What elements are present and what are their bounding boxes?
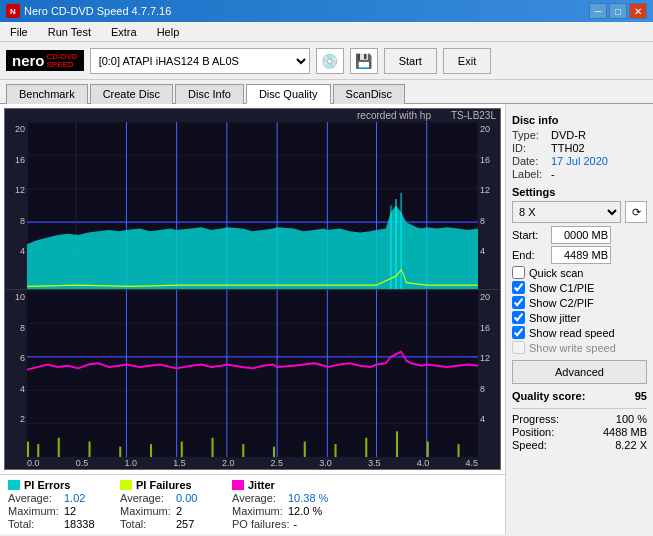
svg-rect-43 bbox=[242, 444, 244, 457]
svg-rect-39 bbox=[119, 447, 121, 457]
upper-y-12: 12 bbox=[7, 185, 25, 195]
tab-create-disc[interactable]: Create Disc bbox=[90, 84, 173, 104]
upper-y-16: 16 bbox=[7, 155, 25, 165]
tab-disc-info[interactable]: Disc Info bbox=[175, 84, 244, 104]
upper-chart-svg bbox=[27, 122, 478, 289]
disc-date-label: Date: bbox=[512, 155, 547, 167]
jitter-avg-label: Average: bbox=[232, 492, 284, 504]
pi-errors-total-label: Total: bbox=[8, 518, 60, 530]
advanced-button[interactable]: Advanced bbox=[512, 360, 647, 384]
maximize-button[interactable]: □ bbox=[609, 3, 627, 19]
pi-errors-title: PI Errors bbox=[24, 479, 70, 491]
start-input[interactable] bbox=[551, 226, 611, 244]
jitter-title: Jitter bbox=[248, 479, 275, 491]
legend-area: PI Errors Average: 1.02 Maximum: 12 Tota… bbox=[0, 474, 505, 534]
pi-failures-total-label: Total: bbox=[120, 518, 172, 530]
disc-type-label: Type: bbox=[512, 129, 547, 141]
svg-rect-40 bbox=[150, 444, 152, 457]
disc-id-value: TTH02 bbox=[551, 142, 585, 154]
pi-errors-max-value: 12 bbox=[64, 505, 104, 517]
menu-run-test[interactable]: Run Test bbox=[42, 24, 97, 40]
minimize-button[interactable]: ─ bbox=[589, 3, 607, 19]
quality-score-value: 95 bbox=[635, 390, 647, 402]
jitter-po-label: PO failures: bbox=[232, 518, 289, 530]
model-label: TS-LB23L bbox=[451, 110, 496, 121]
pi-errors-avg-label: Average: bbox=[8, 492, 60, 504]
right-panel: Disc info Type: DVD-R ID: TTH02 Date: 17… bbox=[505, 104, 653, 534]
jitter-max-label: Maximum: bbox=[232, 505, 284, 517]
refresh-button[interactable]: ⟳ bbox=[625, 201, 647, 223]
svg-rect-42 bbox=[212, 438, 214, 457]
jitter-po-value: - bbox=[293, 518, 333, 530]
recorded-label: recorded with hp bbox=[357, 110, 431, 121]
speed-label: Speed: bbox=[512, 439, 547, 451]
show-read-speed-checkbox[interactable] bbox=[512, 326, 525, 339]
app-title: Nero CD-DVD Speed 4.7.7.16 bbox=[24, 5, 171, 17]
upper-y-8: 8 bbox=[7, 216, 25, 226]
svg-rect-44 bbox=[273, 447, 275, 457]
drive-select[interactable]: [0:0] ATAPI iHAS124 B AL0S bbox=[90, 48, 310, 74]
show-c2-pif-label: Show C2/PIF bbox=[529, 297, 594, 309]
end-input[interactable] bbox=[551, 246, 611, 264]
start-button[interactable]: Start bbox=[384, 48, 437, 74]
save-icon-button[interactable]: 💾 bbox=[350, 48, 378, 74]
menu-help[interactable]: Help bbox=[151, 24, 186, 40]
tab-scan-disc[interactable]: ScanDisc bbox=[333, 84, 405, 104]
quality-row: Quality score: 95 bbox=[512, 390, 647, 402]
main-content: recorded with hp TS-LB23L 20 16 12 8 4 0 bbox=[0, 104, 653, 534]
progress-value: 100 % bbox=[616, 413, 647, 425]
show-c1-pie-label: Show C1/PIE bbox=[529, 282, 594, 294]
jitter-legend: Jitter Average: 10.38 % Maximum: 12.0 % … bbox=[232, 479, 333, 530]
progress-section: Progress: 100 % Position: 4488 MB Speed:… bbox=[512, 408, 647, 451]
svg-rect-38 bbox=[89, 442, 91, 457]
svg-rect-41 bbox=[181, 442, 183, 457]
pi-errors-legend: PI Errors Average: 1.02 Maximum: 12 Tota… bbox=[8, 479, 104, 530]
menu-file[interactable]: File bbox=[4, 24, 34, 40]
show-write-speed-checkbox[interactable] bbox=[512, 341, 525, 354]
tab-disc-quality[interactable]: Disc Quality bbox=[246, 84, 331, 104]
speed-select[interactable]: 8 X bbox=[512, 201, 621, 223]
pi-failures-avg-label: Average: bbox=[120, 492, 172, 504]
tab-benchmark[interactable]: Benchmark bbox=[6, 84, 88, 104]
quick-scan-checkbox[interactable] bbox=[512, 266, 525, 279]
nero-logo: nero CD-DVDSPEED bbox=[6, 50, 84, 71]
pi-failures-max-label: Maximum: bbox=[120, 505, 172, 517]
pi-errors-avg-value: 1.02 bbox=[64, 492, 104, 504]
show-c1-pie-checkbox[interactable] bbox=[512, 281, 525, 294]
end-label: End: bbox=[512, 249, 547, 261]
start-label: Start: bbox=[512, 229, 547, 241]
show-c2-pif-checkbox[interactable] bbox=[512, 296, 525, 309]
disc-icon-button[interactable]: 💿 bbox=[316, 48, 344, 74]
svg-rect-46 bbox=[335, 444, 337, 457]
position-label: Position: bbox=[512, 426, 554, 438]
jitter-color bbox=[232, 480, 244, 490]
show-jitter-label: Show jitter bbox=[529, 312, 580, 324]
svg-rect-48 bbox=[396, 431, 398, 457]
svg-rect-36 bbox=[37, 444, 39, 457]
window-controls: ─ □ ✕ bbox=[589, 3, 647, 19]
exit-button[interactable]: Exit bbox=[443, 48, 491, 74]
disc-label-label: Label: bbox=[512, 168, 547, 180]
show-jitter-checkbox[interactable] bbox=[512, 311, 525, 324]
lower-chart-svg bbox=[27, 290, 478, 457]
progress-label: Progress: bbox=[512, 413, 559, 425]
upper-y-20: 20 bbox=[7, 124, 25, 134]
svg-rect-35 bbox=[27, 442, 29, 457]
disc-type-value: DVD-R bbox=[551, 129, 586, 141]
svg-rect-21 bbox=[27, 290, 478, 457]
title-bar: N Nero CD-DVD Speed 4.7.7.16 ─ □ ✕ bbox=[0, 0, 653, 22]
menu-extra[interactable]: Extra bbox=[105, 24, 143, 40]
disc-info-title: Disc info bbox=[512, 114, 647, 126]
quality-score-label: Quality score: bbox=[512, 390, 585, 402]
svg-rect-37 bbox=[58, 438, 60, 457]
svg-rect-45 bbox=[304, 442, 306, 457]
svg-rect-47 bbox=[365, 438, 367, 457]
title-bar-left: N Nero CD-DVD Speed 4.7.7.16 bbox=[6, 4, 171, 18]
close-button[interactable]: ✕ bbox=[629, 3, 647, 19]
pi-errors-color bbox=[8, 480, 20, 490]
chart-container: recorded with hp TS-LB23L 20 16 12 8 4 0 bbox=[4, 108, 501, 470]
pi-errors-total-value: 18338 bbox=[64, 518, 104, 530]
show-read-speed-label: Show read speed bbox=[529, 327, 615, 339]
app-icon: N bbox=[6, 4, 20, 18]
disc-date-value: 17 Jul 2020 bbox=[551, 155, 608, 167]
